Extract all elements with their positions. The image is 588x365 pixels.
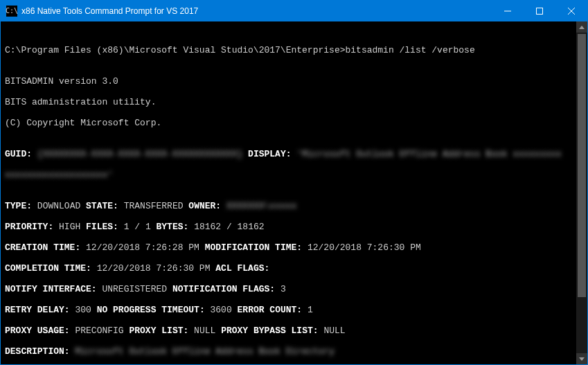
window-frame: C:\ x86 Native Tools Command Prompt for …	[0, 0, 588, 365]
state-label: STATE:	[86, 201, 118, 211]
bytes-value: 18162 / 18162	[194, 222, 264, 232]
creation-time-label: CREATION TIME:	[5, 242, 80, 253]
scroll-down-button[interactable]	[576, 353, 587, 364]
error-count-label: ERROR COUNT:	[238, 305, 303, 315]
notification-flags-value: 3	[280, 284, 286, 294]
proxy-bypass-list-label: PROXY BYPASS LIST:	[221, 326, 318, 336]
prompt-path: C:\Program Files (x86)\Microsoft Visual …	[5, 45, 345, 55]
terminal-area: C:\Program Files (x86)\Microsoft Visual …	[1, 21, 587, 364]
completion-time-value: 12/20/2018 7:26:30 PM	[97, 263, 211, 274]
svg-marker-5	[579, 357, 585, 361]
scrollbar-thumb[interactable]	[578, 34, 586, 297]
retry-delay-value: 300	[75, 305, 91, 315]
notify-interface-label: NOTIFY INTERFACE:	[5, 284, 97, 294]
acl-flags-label: ACL FLAGS:	[215, 263, 269, 274]
terminal-output[interactable]: C:\Program Files (x86)\Microsoft Visual …	[1, 21, 576, 364]
owner-label: OWNER:	[188, 201, 221, 211]
window-title: x86 Native Tools Command Prompt for VS 2…	[21, 6, 198, 16]
maximize-button[interactable]	[524, 1, 555, 21]
guid-value: {XXXXXXXX-XXXX-XXXX-XXXX-XXXXXXXXXXXX}	[37, 149, 242, 159]
notify-interface-value: UNREGISTERED	[102, 284, 167, 294]
proxy-list-label: PROXY LIST:	[129, 326, 188, 336]
display-label: DISPLAY:	[248, 149, 291, 159]
display-value: 'Microsoft Outlook Offline Address Book …	[296, 149, 561, 159]
prompt-command: bitsadmin /list /verbose	[345, 45, 474, 55]
window-controls	[492, 1, 587, 21]
bytes-label: BYTES:	[157, 222, 189, 232]
creation-time-value: 12/20/2018 7:26:28 PM	[86, 242, 199, 253]
modification-time-label: MODIFICATION TIME:	[205, 242, 302, 253]
close-button[interactable]	[555, 1, 587, 21]
header-line2: BITS administration utility.	[5, 97, 572, 107]
terminal-icon: C:\	[6, 6, 17, 17]
modification-time-value: 12/20/2018 7:26:30 PM	[308, 242, 421, 253]
proxy-list-value: NULL	[194, 326, 215, 336]
header-line3: (C) Copyright Microsoft Corp.	[5, 118, 572, 128]
titlebar[interactable]: C:\ x86 Native Tools Command Prompt for …	[1, 1, 587, 21]
type-value: DOWNLOAD	[37, 201, 80, 211]
scroll-up-button[interactable]	[576, 21, 587, 33]
svg-marker-4	[579, 26, 585, 29]
no-progress-timeout-label: NO PROGRESS TIMEOUT:	[97, 305, 205, 315]
description-value: Microsoft Outlook Offline Address Book D…	[75, 346, 334, 357]
header-line1: BITSADMIN version 3.0	[5, 76, 572, 87]
files-label: FILES:	[86, 222, 118, 232]
owner-value: XXXXXXX\xxxxx	[226, 201, 296, 211]
guid-label: GUID:	[5, 149, 32, 159]
notification-flags-label: NOTIFICATION FLAGS:	[172, 284, 275, 294]
priority-value: HIGH	[59, 222, 80, 232]
scrollbar[interactable]	[576, 21, 587, 364]
completion-time-label: COMPLETION TIME:	[5, 263, 91, 274]
state-value: TRANSFERRED	[124, 201, 184, 211]
display-value-2: xxxxxxxxxxxxxxxxxxx'	[5, 170, 113, 180]
svg-rect-1	[537, 8, 543, 15]
description-label: DESCRIPTION:	[5, 346, 70, 357]
minimize-button[interactable]	[492, 1, 524, 21]
priority-label: PRIORITY:	[5, 222, 53, 232]
error-count-value: 1	[308, 305, 313, 315]
retry-delay-label: RETRY DELAY:	[5, 305, 70, 315]
files-value: 1 / 1	[124, 222, 151, 232]
no-progress-timeout-value: 3600	[211, 305, 232, 315]
proxy-usage-label: PROXY USAGE:	[5, 326, 70, 336]
proxy-bypass-list-value: NULL	[323, 326, 345, 336]
proxy-usage-value: PRECONFIG	[75, 326, 123, 336]
type-label: TYPE:	[5, 201, 32, 211]
